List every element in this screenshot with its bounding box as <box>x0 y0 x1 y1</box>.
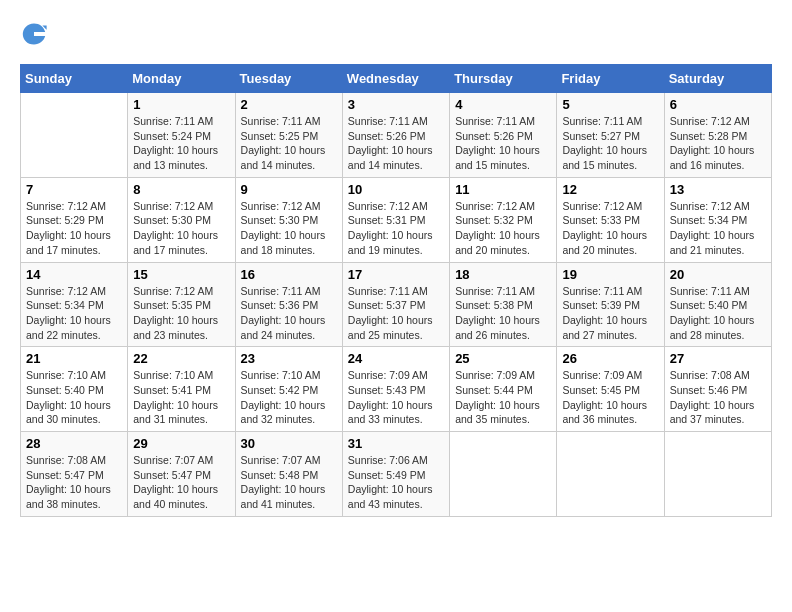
calendar-cell: 8Sunrise: 7:12 AM Sunset: 5:30 PM Daylig… <box>128 177 235 262</box>
day-info: Sunrise: 7:08 AM Sunset: 5:47 PM Dayligh… <box>26 453 122 512</box>
calendar-cell: 22Sunrise: 7:10 AM Sunset: 5:41 PM Dayli… <box>128 347 235 432</box>
weekday-header-sunday: Sunday <box>21 65 128 93</box>
day-info: Sunrise: 7:11 AM Sunset: 5:26 PM Dayligh… <box>455 114 551 173</box>
day-info: Sunrise: 7:09 AM Sunset: 5:43 PM Dayligh… <box>348 368 444 427</box>
day-number: 9 <box>241 182 337 197</box>
calendar-cell <box>21 93 128 178</box>
calendar-cell: 27Sunrise: 7:08 AM Sunset: 5:46 PM Dayli… <box>664 347 771 432</box>
calendar-cell <box>450 432 557 517</box>
day-info: Sunrise: 7:07 AM Sunset: 5:47 PM Dayligh… <box>133 453 229 512</box>
day-info: Sunrise: 7:10 AM Sunset: 5:40 PM Dayligh… <box>26 368 122 427</box>
weekday-header-monday: Monday <box>128 65 235 93</box>
calendar-cell: 4Sunrise: 7:11 AM Sunset: 5:26 PM Daylig… <box>450 93 557 178</box>
calendar-cell <box>557 432 664 517</box>
day-number: 8 <box>133 182 229 197</box>
day-info: Sunrise: 7:08 AM Sunset: 5:46 PM Dayligh… <box>670 368 766 427</box>
day-number: 29 <box>133 436 229 451</box>
day-number: 17 <box>348 267 444 282</box>
day-number: 20 <box>670 267 766 282</box>
day-number: 1 <box>133 97 229 112</box>
day-number: 4 <box>455 97 551 112</box>
day-number: 31 <box>348 436 444 451</box>
day-info: Sunrise: 7:12 AM Sunset: 5:30 PM Dayligh… <box>241 199 337 258</box>
day-number: 21 <box>26 351 122 366</box>
calendar-cell: 26Sunrise: 7:09 AM Sunset: 5:45 PM Dayli… <box>557 347 664 432</box>
day-number: 2 <box>241 97 337 112</box>
calendar-cell: 29Sunrise: 7:07 AM Sunset: 5:47 PM Dayli… <box>128 432 235 517</box>
weekday-header-friday: Friday <box>557 65 664 93</box>
calendar-week-3: 14Sunrise: 7:12 AM Sunset: 5:34 PM Dayli… <box>21 262 772 347</box>
day-info: Sunrise: 7:12 AM Sunset: 5:28 PM Dayligh… <box>670 114 766 173</box>
day-number: 10 <box>348 182 444 197</box>
weekday-header-saturday: Saturday <box>664 65 771 93</box>
calendar-cell: 28Sunrise: 7:08 AM Sunset: 5:47 PM Dayli… <box>21 432 128 517</box>
day-info: Sunrise: 7:12 AM Sunset: 5:29 PM Dayligh… <box>26 199 122 258</box>
calendar-cell: 3Sunrise: 7:11 AM Sunset: 5:26 PM Daylig… <box>342 93 449 178</box>
day-info: Sunrise: 7:12 AM Sunset: 5:31 PM Dayligh… <box>348 199 444 258</box>
day-number: 15 <box>133 267 229 282</box>
calendar-cell: 19Sunrise: 7:11 AM Sunset: 5:39 PM Dayli… <box>557 262 664 347</box>
day-info: Sunrise: 7:09 AM Sunset: 5:44 PM Dayligh… <box>455 368 551 427</box>
calendar-cell: 17Sunrise: 7:11 AM Sunset: 5:37 PM Dayli… <box>342 262 449 347</box>
day-info: Sunrise: 7:11 AM Sunset: 5:36 PM Dayligh… <box>241 284 337 343</box>
calendar-week-4: 21Sunrise: 7:10 AM Sunset: 5:40 PM Dayli… <box>21 347 772 432</box>
day-info: Sunrise: 7:10 AM Sunset: 5:42 PM Dayligh… <box>241 368 337 427</box>
calendar-cell: 25Sunrise: 7:09 AM Sunset: 5:44 PM Dayli… <box>450 347 557 432</box>
calendar-cell: 12Sunrise: 7:12 AM Sunset: 5:33 PM Dayli… <box>557 177 664 262</box>
day-number: 6 <box>670 97 766 112</box>
calendar-week-5: 28Sunrise: 7:08 AM Sunset: 5:47 PM Dayli… <box>21 432 772 517</box>
calendar-week-1: 1Sunrise: 7:11 AM Sunset: 5:24 PM Daylig… <box>21 93 772 178</box>
day-info: Sunrise: 7:11 AM Sunset: 5:24 PM Dayligh… <box>133 114 229 173</box>
calendar-body: 1Sunrise: 7:11 AM Sunset: 5:24 PM Daylig… <box>21 93 772 517</box>
calendar-cell: 1Sunrise: 7:11 AM Sunset: 5:24 PM Daylig… <box>128 93 235 178</box>
page-header <box>20 20 772 48</box>
calendar-cell: 24Sunrise: 7:09 AM Sunset: 5:43 PM Dayli… <box>342 347 449 432</box>
day-info: Sunrise: 7:12 AM Sunset: 5:30 PM Dayligh… <box>133 199 229 258</box>
day-number: 24 <box>348 351 444 366</box>
day-info: Sunrise: 7:11 AM Sunset: 5:25 PM Dayligh… <box>241 114 337 173</box>
day-number: 26 <box>562 351 658 366</box>
calendar-cell: 20Sunrise: 7:11 AM Sunset: 5:40 PM Dayli… <box>664 262 771 347</box>
weekday-header-row: SundayMondayTuesdayWednesdayThursdayFrid… <box>21 65 772 93</box>
day-info: Sunrise: 7:10 AM Sunset: 5:41 PM Dayligh… <box>133 368 229 427</box>
calendar-cell: 16Sunrise: 7:11 AM Sunset: 5:36 PM Dayli… <box>235 262 342 347</box>
day-info: Sunrise: 7:11 AM Sunset: 5:26 PM Dayligh… <box>348 114 444 173</box>
day-number: 11 <box>455 182 551 197</box>
day-info: Sunrise: 7:11 AM Sunset: 5:37 PM Dayligh… <box>348 284 444 343</box>
day-info: Sunrise: 7:12 AM Sunset: 5:33 PM Dayligh… <box>562 199 658 258</box>
calendar-cell: 18Sunrise: 7:11 AM Sunset: 5:38 PM Dayli… <box>450 262 557 347</box>
day-info: Sunrise: 7:07 AM Sunset: 5:48 PM Dayligh… <box>241 453 337 512</box>
day-info: Sunrise: 7:09 AM Sunset: 5:45 PM Dayligh… <box>562 368 658 427</box>
calendar-cell: 10Sunrise: 7:12 AM Sunset: 5:31 PM Dayli… <box>342 177 449 262</box>
day-info: Sunrise: 7:12 AM Sunset: 5:34 PM Dayligh… <box>26 284 122 343</box>
day-number: 30 <box>241 436 337 451</box>
calendar-table: SundayMondayTuesdayWednesdayThursdayFrid… <box>20 64 772 517</box>
day-info: Sunrise: 7:12 AM Sunset: 5:35 PM Dayligh… <box>133 284 229 343</box>
day-info: Sunrise: 7:06 AM Sunset: 5:49 PM Dayligh… <box>348 453 444 512</box>
calendar-cell: 2Sunrise: 7:11 AM Sunset: 5:25 PM Daylig… <box>235 93 342 178</box>
calendar-cell: 15Sunrise: 7:12 AM Sunset: 5:35 PM Dayli… <box>128 262 235 347</box>
calendar-cell: 11Sunrise: 7:12 AM Sunset: 5:32 PM Dayli… <box>450 177 557 262</box>
logo-icon <box>20 20 48 48</box>
day-info: Sunrise: 7:12 AM Sunset: 5:34 PM Dayligh… <box>670 199 766 258</box>
day-number: 3 <box>348 97 444 112</box>
calendar-cell: 5Sunrise: 7:11 AM Sunset: 5:27 PM Daylig… <box>557 93 664 178</box>
day-number: 16 <box>241 267 337 282</box>
calendar-cell: 6Sunrise: 7:12 AM Sunset: 5:28 PM Daylig… <box>664 93 771 178</box>
day-info: Sunrise: 7:12 AM Sunset: 5:32 PM Dayligh… <box>455 199 551 258</box>
day-number: 28 <box>26 436 122 451</box>
calendar-cell: 7Sunrise: 7:12 AM Sunset: 5:29 PM Daylig… <box>21 177 128 262</box>
calendar-cell: 21Sunrise: 7:10 AM Sunset: 5:40 PM Dayli… <box>21 347 128 432</box>
calendar-cell: 9Sunrise: 7:12 AM Sunset: 5:30 PM Daylig… <box>235 177 342 262</box>
day-number: 12 <box>562 182 658 197</box>
day-number: 27 <box>670 351 766 366</box>
day-info: Sunrise: 7:11 AM Sunset: 5:40 PM Dayligh… <box>670 284 766 343</box>
day-info: Sunrise: 7:11 AM Sunset: 5:27 PM Dayligh… <box>562 114 658 173</box>
calendar-cell: 31Sunrise: 7:06 AM Sunset: 5:49 PM Dayli… <box>342 432 449 517</box>
calendar-cell: 23Sunrise: 7:10 AM Sunset: 5:42 PM Dayli… <box>235 347 342 432</box>
calendar-week-2: 7Sunrise: 7:12 AM Sunset: 5:29 PM Daylig… <box>21 177 772 262</box>
calendar-cell <box>664 432 771 517</box>
weekday-header-wednesday: Wednesday <box>342 65 449 93</box>
calendar-cell: 13Sunrise: 7:12 AM Sunset: 5:34 PM Dayli… <box>664 177 771 262</box>
day-number: 25 <box>455 351 551 366</box>
